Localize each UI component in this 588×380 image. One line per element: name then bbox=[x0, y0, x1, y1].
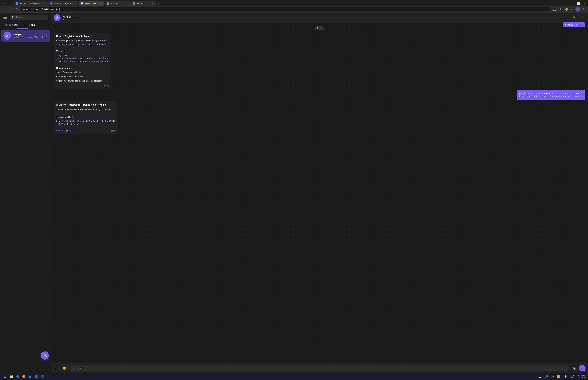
close-window-button[interactable]: ✕ bbox=[582, 1, 587, 6]
taskbar-vscode[interactable]: 🟦 bbox=[33, 374, 39, 379]
screenshot-button[interactable]: 📷 bbox=[552, 7, 557, 12]
search-box[interactable]: 🔍 Search bbox=[10, 15, 49, 20]
tab-favicon-3 bbox=[81, 2, 83, 5]
taskbar-file-explorer[interactable]: 🗂️ bbox=[9, 374, 14, 379]
chat-header-subtitle: bot bbox=[63, 18, 570, 20]
minimize-button[interactable]: — bbox=[570, 1, 575, 6]
menu-icon-button[interactable]: ☰ bbox=[54, 365, 60, 371]
tab-close-3[interactable]: ✕ bbox=[99, 2, 102, 5]
tab-back-btn[interactable]: ‹ bbox=[1, 1, 6, 6]
emoji-button[interactable]: 🙂 bbox=[62, 365, 68, 371]
message-3-bubble: Agent Registration - Transaction Pending… bbox=[54, 101, 117, 134]
taskbar-chevron[interactable]: ∧ bbox=[537, 374, 543, 379]
tab-forward-btn[interactable]: › bbox=[7, 1, 12, 6]
new-tab-button[interactable]: + bbox=[156, 1, 161, 6]
attach-button[interactable]: 📎 bbox=[571, 365, 577, 371]
taskbar-wifi[interactable]: 📶 bbox=[556, 374, 562, 379]
bookmark-button[interactable]: ★ bbox=[558, 7, 563, 12]
message-3-incoming: Agent Registration - Transaction Pending… bbox=[54, 101, 452, 134]
date-pill: Today bbox=[315, 26, 324, 30]
message-input[interactable]: Message bbox=[70, 365, 569, 371]
tab-close-2[interactable]: ✕ bbox=[74, 2, 76, 5]
browser-tab-1[interactable]: BLK Design System React by Cr... ✕ bbox=[14, 1, 48, 6]
pending-title: Agent Registration - Transaction Pending bbox=[59, 103, 106, 107]
tab-label-1: BLK Design System React by Cr... bbox=[19, 2, 42, 4]
msg2-text: /register 0xd49B131cBc9D58F01F017cDCf621… bbox=[519, 92, 583, 98]
msg3-hash: 0x5d115206fd32b1880612d03715a66ea414dddd… bbox=[56, 120, 115, 126]
address-text: web.telegram.org/k/#@ai_agent_thai_bot bbox=[26, 8, 64, 10]
search-chat-button[interactable]: 🔍 bbox=[572, 15, 578, 21]
tab-close-4[interactable]: ✕ bbox=[125, 2, 128, 5]
download-button[interactable]: ⬇ bbox=[570, 7, 574, 12]
eth-global-underline bbox=[17, 28, 28, 29]
app-layout: 🔍 Search All Chats 12 ETH Global A ai- bbox=[0, 13, 588, 373]
pending-dot-icon bbox=[56, 104, 58, 106]
profile-avatar[interactable]: 👤 bbox=[575, 7, 580, 12]
filter-eth-global[interactable]: ETH Global bbox=[22, 23, 37, 27]
chat-time: 00:50 bbox=[43, 33, 47, 35]
message-input-row: ☰ 🙂 Message 📎 🎤 bbox=[51, 363, 588, 373]
chat-header-info: ai-agent bot bbox=[63, 15, 570, 20]
msg3-body1: Transaction has been submitted and is be… bbox=[56, 108, 115, 111]
tab-close-5[interactable]: ✕ bbox=[151, 2, 154, 5]
start-button[interactable]: ⊞ bbox=[2, 374, 7, 379]
sent-icon: ⏺ bbox=[13, 36, 15, 38]
msg2-check-icon: ✓✓ bbox=[580, 95, 583, 98]
more-options-button[interactable]: ⋮ bbox=[579, 15, 585, 21]
chat-list: A ai-agent 00:50 ⏺ Agent Registration - … bbox=[0, 29, 51, 373]
browser-tab-3[interactable]: Telegram Web ✕ bbox=[79, 1, 104, 6]
taskbar-app-3[interactable]: 🟠 bbox=[21, 374, 27, 379]
chat-item-ai-agent[interactable]: A ai-agent 00:50 ⏺ Agent Registration - … bbox=[1, 30, 50, 42]
view-on-explorer-link[interactable]: View on Explorer bbox=[56, 130, 73, 132]
maximize-button[interactable]: ⬜ bbox=[576, 1, 581, 6]
address-bar[interactable]: 🔒 web.telegram.org/k/#@ai_agent_thai_bot bbox=[20, 7, 551, 11]
taskbar-battery[interactable]: 🔋 bbox=[563, 374, 569, 379]
taskbar-time: 12:50 AM 11/17/2024 bbox=[577, 375, 586, 379]
msg1-req3: • Agent and owner addresses must be diff… bbox=[56, 79, 109, 83]
tab-close-1[interactable]: ✕ bbox=[43, 2, 46, 5]
chat-header-name: ai-agent bbox=[63, 15, 570, 18]
msg1-time: 00:50 bbox=[104, 84, 109, 87]
taskbar-chrome[interactable]: 🔵 bbox=[15, 374, 20, 379]
floating-register-time: 00:50 ✓✓ bbox=[576, 24, 583, 26]
settings-button[interactable]: ⋮ bbox=[581, 7, 586, 12]
chat-header-avatar: A bbox=[54, 14, 60, 21]
date-divider: Today bbox=[54, 26, 585, 30]
tab-label-5: New Tab bbox=[136, 2, 150, 4]
messages-area[interactable]: Today How to Register Your AI Agent: Pro… bbox=[51, 23, 588, 363]
chat-area: A ai-agent bot 🔍 ⋮ /register 00:50 ✓✓ To… bbox=[51, 13, 588, 373]
compose-button[interactable]: ✏️ bbox=[41, 351, 49, 360]
tab-label-2: Blockchain AI Assistant bbox=[54, 2, 73, 4]
browser-tab-4[interactable]: New Tab ✕ bbox=[105, 1, 130, 6]
msg1-title: How to Register Your AI Agent: bbox=[56, 35, 109, 38]
chat-name-row: ai-agent 00:50 bbox=[13, 33, 47, 36]
search-text: Search bbox=[16, 16, 23, 19]
chat-info-ai-agent: ai-agent 00:50 ⏺ Agent Registration - Tr… bbox=[13, 33, 47, 38]
browser-tab-5[interactable]: New Tab ✕ bbox=[131, 1, 156, 6]
forward-button[interactable]: → bbox=[8, 7, 13, 12]
pending-header: Agent Registration - Transaction Pending bbox=[56, 103, 115, 107]
back-button[interactable]: ← bbox=[2, 7, 7, 12]
address-bar-row: ← → ↻ 🔒 web.telegram.org/k/#@ai_agent_th… bbox=[0, 6, 588, 13]
msg1-req2: • One registration per agent bbox=[56, 75, 109, 78]
browser-tab-2[interactable]: Blockchain AI Assistant ✕ bbox=[48, 1, 78, 6]
hamburger-menu[interactable] bbox=[2, 15, 8, 20]
tab-favicon-4 bbox=[107, 2, 109, 5]
filter-all-chats[interactable]: All Chats 12 bbox=[2, 23, 20, 27]
message-2-bubble: /register 0xd49B131cBc9D58F01F017cDCf621… bbox=[516, 90, 585, 100]
msg1-req1: • Valid Ethereum addresses bbox=[56, 71, 109, 74]
tab-favicon-2 bbox=[50, 2, 52, 5]
taskbar-app-4[interactable]: 🔷 bbox=[27, 374, 33, 379]
msg1-format: /register <agent_address> <owner_address… bbox=[56, 43, 109, 46]
chat-name: ai-agent bbox=[13, 33, 22, 36]
msg1-body1: Provide agent and owner addresses using … bbox=[56, 39, 109, 42]
reload-button[interactable]: ↻ bbox=[14, 7, 19, 12]
taskbar-volume[interactable]: 🔊 bbox=[570, 374, 575, 379]
taskbar-terminal[interactable]: ⬛ bbox=[39, 374, 45, 379]
mic-button[interactable]: 🎤 bbox=[579, 365, 586, 372]
taskbar-mic[interactable]: 🎤 bbox=[544, 374, 549, 379]
extensions-button[interactable]: 🧩 bbox=[564, 7, 569, 12]
browser-chrome: ‹ › BLK Design System React by Cr... ✕ B… bbox=[0, 0, 588, 13]
tab-label-4: New Tab bbox=[110, 2, 124, 4]
taskbar-lang: ENG bbox=[551, 376, 555, 378]
